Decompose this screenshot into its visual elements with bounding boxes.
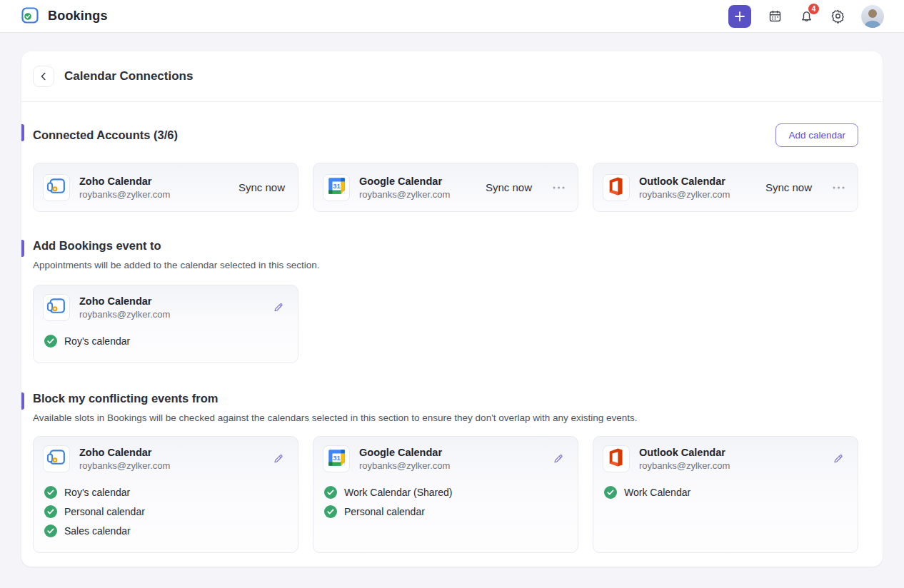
- account-name: Google Calendar: [359, 447, 450, 458]
- calendar-icon[interactable]: [767, 9, 783, 24]
- google-calendar-icon: 31: [327, 176, 346, 198]
- calendar-name: Work Calendar: [624, 487, 690, 498]
- calendar-list: Work Calendar (Shared) Personal calendar: [313, 478, 578, 533]
- add-event-title: Add Bookings event to: [33, 239, 161, 253]
- google-calendar-icon: 31: [327, 448, 346, 470]
- calendar-name: Personal calendar: [344, 506, 425, 517]
- calendar-card-header: Zoho Calendarroybanks@zylker.com: [34, 437, 298, 478]
- edit-pencil-icon[interactable]: [550, 451, 566, 467]
- notifications-bell-icon[interactable]: 4: [798, 9, 814, 24]
- account-name: Zoho Calendar: [79, 447, 170, 458]
- calendar-list-item: Personal calendar: [44, 505, 286, 518]
- account-email: roybanks@zylker.com: [639, 460, 730, 471]
- account-texts: Zoho Calendarroybanks@zylker.com: [79, 447, 170, 471]
- calendar-card-header: Zoho Calendarroybanks@zylker.com: [34, 285, 298, 327]
- sync-now-button[interactable]: Sync now: [765, 181, 812, 193]
- calendar-name: Roy's calendar: [64, 335, 130, 347]
- account-name: Zoho Calendar: [79, 295, 170, 307]
- provider-icon-box: [603, 174, 630, 201]
- zoho-calendar-icon: [46, 176, 67, 200]
- edit-pencil-icon[interactable]: [830, 451, 846, 467]
- calendar-name: Work Calendar (Shared): [344, 487, 452, 498]
- calendar-list: Roy's calendar: [34, 327, 298, 363]
- check-circle-icon: [44, 505, 57, 518]
- add-calendar-button[interactable]: Add calendar: [775, 123, 858, 147]
- provider-icon-box: [603, 445, 630, 472]
- calendar-selection-card: Zoho Calendarroybanks@zylker.com Roy's c…: [33, 285, 298, 363]
- panel-header: Calendar Connections: [21, 51, 883, 102]
- block-events-card-list: Zoho Calendarroybanks@zylker.com Roy's c…: [33, 436, 858, 553]
- calendar-list-item: Roy's calendar: [44, 335, 286, 348]
- add-event-header: Add Bookings event to: [33, 239, 858, 253]
- outlook-calendar-icon: [606, 447, 626, 470]
- topbar: Bookings 4: [0, 0, 904, 33]
- connected-account-card: Zoho Calendarroybanks@zylker.comSync now: [33, 163, 298, 212]
- calendar-list-item: Work Calendar (Shared): [324, 486, 566, 499]
- account-email: roybanks@zylker.com: [79, 309, 170, 320]
- calendar-connections-panel: Calendar Connections Connected Accounts …: [21, 51, 883, 567]
- account-texts: Zoho Calendarroybanks@zylker.com: [79, 176, 170, 200]
- calendar-list: Roy's calendar Personal calendar Sales c…: [34, 478, 298, 552]
- provider-icon-box: [43, 445, 70, 472]
- account-email: roybanks@zylker.com: [359, 460, 450, 471]
- calendar-list-item: Personal calendar: [324, 505, 566, 518]
- block-events-header: Block my conflicting events from: [33, 392, 858, 405]
- account-email: roybanks@zylker.com: [359, 189, 450, 200]
- back-button[interactable]: [33, 66, 54, 87]
- account-email: roybanks@zylker.com: [79, 460, 170, 471]
- check-circle-icon: [44, 486, 57, 499]
- calendar-selection-card: Outlook Calendarroybanks@zylker.com Work…: [593, 436, 858, 553]
- calendar-selection-card: Zoho Calendarroybanks@zylker.com Roy's c…: [33, 436, 298, 553]
- account-texts: Outlook Calendarroybanks@zylker.com: [639, 447, 730, 471]
- check-circle-icon: [324, 505, 337, 518]
- account-texts: Zoho Calendarroybanks@zylker.com: [79, 295, 170, 320]
- connected-account-card: 31 Google Calendarroybanks@zylker.comSyn…: [313, 163, 578, 212]
- account-name: Outlook Calendar: [639, 447, 730, 458]
- sync-now-button[interactable]: Sync now: [238, 181, 285, 193]
- connected-accounts-list: Zoho Calendarroybanks@zylker.comSync now…: [33, 163, 858, 212]
- account-name: Zoho Calendar: [79, 176, 170, 187]
- user-avatar[interactable]: [861, 5, 884, 28]
- provider-icon-box: 31: [323, 174, 350, 201]
- account-name: Google Calendar: [359, 176, 450, 187]
- calendar-selection-card: 31 Google Calendarroybanks@zylker.com Wo…: [313, 436, 578, 553]
- connected-account-card: Outlook Calendarroybanks@zylker.comSync …: [593, 163, 858, 212]
- settings-gear-icon[interactable]: [830, 9, 845, 24]
- create-new-button[interactable]: [728, 5, 751, 28]
- more-options-icon[interactable]: [833, 186, 845, 189]
- add-event-card-list: Zoho Calendarroybanks@zylker.com Roy's c…: [33, 285, 858, 363]
- check-circle-icon: [44, 524, 57, 537]
- more-options-icon[interactable]: [553, 186, 565, 189]
- calendar-name: Personal calendar: [64, 506, 145, 517]
- check-circle-icon: [44, 335, 57, 348]
- outlook-calendar-icon: [606, 176, 626, 199]
- svg-text:31: 31: [333, 183, 340, 190]
- block-events-description: Available slots in Bookings will be chec…: [33, 412, 858, 423]
- account-texts: Google Calendarroybanks@zylker.com: [359, 176, 450, 200]
- account-texts: Outlook Calendarroybanks@zylker.com: [639, 176, 730, 200]
- zoho-calendar-icon: [46, 447, 67, 471]
- calendar-card-header: Outlook Calendarroybanks@zylker.com: [593, 437, 858, 478]
- provider-icon-box: [43, 174, 70, 201]
- edit-pencil-icon[interactable]: [270, 300, 286, 316]
- page-title: Calendar Connections: [64, 69, 193, 83]
- calendar-card-header: 31 Google Calendarroybanks@zylker.com: [313, 437, 578, 478]
- calendar-list-item: Sales calendar: [44, 524, 286, 537]
- account-texts: Google Calendarroybanks@zylker.com: [359, 447, 450, 471]
- block-events-title: Block my conflicting events from: [33, 392, 218, 405]
- edit-pencil-icon[interactable]: [270, 451, 286, 467]
- calendar-list-item: Work Calendar: [604, 486, 846, 499]
- zoho-calendar-icon: [46, 295, 67, 320]
- account-email: roybanks@zylker.com: [79, 189, 170, 200]
- calendar-name: Roy's calendar: [64, 487, 130, 498]
- add-event-description: Appointments will be added to the calend…: [33, 260, 858, 270]
- calendar-name: Sales calendar: [64, 525, 131, 537]
- bookings-logo-icon: [20, 5, 40, 28]
- calendar-list: Work Calendar: [593, 478, 858, 514]
- connected-accounts-header: Connected Accounts (3/6) Add calendar: [33, 123, 858, 147]
- account-email: roybanks@zylker.com: [639, 189, 730, 200]
- check-circle-icon: [604, 486, 617, 499]
- app-brand: Bookings: [20, 5, 108, 28]
- sync-now-button[interactable]: Sync now: [486, 181, 532, 193]
- calendar-list-item: Roy's calendar: [44, 486, 286, 499]
